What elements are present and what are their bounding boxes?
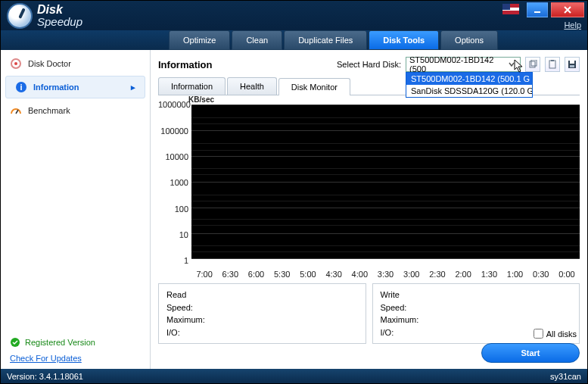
tab-duplicate-files[interactable]: Duplicate Files <box>284 30 367 50</box>
svg-point-2 <box>14 62 17 65</box>
x-tick: 3:00 <box>399 270 425 279</box>
sidebar-item-label: Information <box>33 83 79 92</box>
all-disks-checkbox-wrap: All disks <box>158 329 577 339</box>
x-tick: 4:30 <box>321 270 347 279</box>
x-tick: 5:30 <box>269 270 295 279</box>
check-circle-icon <box>10 337 20 348</box>
svg-rect-12 <box>570 61 574 64</box>
save-button[interactable] <box>565 57 580 72</box>
version-label: Version: 3.4.1.18061 <box>7 372 83 381</box>
x-tick: 2:00 <box>450 270 476 279</box>
subtab-health[interactable]: Health <box>227 77 277 95</box>
disk-select[interactable]: ST500DM002-1BD142 (500 ST500DM002-1BD142… <box>406 57 521 72</box>
sidebar-item-label: Benchmark <box>28 106 70 115</box>
svg-rect-13 <box>570 65 574 67</box>
page-title: Information <box>158 59 213 70</box>
y-axis-unit: KB/sec <box>188 95 214 104</box>
x-axis: 7:00 6:30 6:00 5:30 5:00 4:30 4:00 3:30 … <box>158 270 580 279</box>
all-disks-label: All disks <box>546 329 577 339</box>
stethoscope-icon <box>10 58 22 70</box>
close-icon <box>563 5 572 14</box>
y-axis: KB/sec 1000000 100000 10000 1000 100 10 … <box>158 97 191 268</box>
registered-label: Registered Version <box>25 338 95 347</box>
x-tick: 1:30 <box>476 270 502 279</box>
read-max: Maximum: <box>166 314 358 326</box>
x-tick: 7:00 <box>191 270 217 279</box>
gauge-icon <box>10 105 22 117</box>
tab-clean[interactable]: Clean <box>232 30 282 50</box>
svg-rect-10 <box>551 60 554 61</box>
sidebar-item-information[interactable]: i Information ▸ <box>5 76 145 98</box>
y-tick: 1 <box>158 256 188 265</box>
read-speed: Speed: <box>166 301 358 314</box>
write-heading: Write <box>381 289 572 301</box>
body: Disk Doctor i Information ▸ Benchmark <box>1 50 587 369</box>
main-tabs: Optimize Clean Duplicate Files Disk Tool… <box>1 30 587 50</box>
paste-button[interactable] <box>545 57 560 72</box>
svg-text:i: i <box>20 83 22 92</box>
sidebar-footer: Registered Version Check For Updates <box>1 331 150 369</box>
minimize-icon <box>534 6 541 14</box>
save-icon <box>568 60 577 69</box>
y-tick: 10000 <box>158 152 188 161</box>
tab-disk-tools[interactable]: Disk Tools <box>369 30 439 50</box>
app-logo: Disk Speedup <box>7 3 82 29</box>
y-tick: 1000 <box>158 178 188 187</box>
brand-label: sy31can <box>550 372 581 381</box>
disk-select-dropdown: ST500DM002-1BD142 (500.1 G SanDisk SDSSD… <box>406 72 533 98</box>
app-title-line2: Speedup <box>37 16 82 27</box>
y-tick: 1000000 <box>158 100 188 109</box>
sidebar-item-benchmark[interactable]: Benchmark <box>1 100 150 121</box>
sidebar-item-disk-doctor[interactable]: Disk Doctor <box>1 53 150 74</box>
svg-rect-8 <box>531 60 537 66</box>
x-tick: 6:00 <box>243 270 269 279</box>
chevron-down-icon <box>507 61 517 67</box>
x-tick: 0:30 <box>528 270 554 279</box>
sidebar: Disk Doctor i Information ▸ Benchmark <box>1 50 151 369</box>
read-heading: Read <box>166 289 358 301</box>
help-link[interactable]: Help <box>564 20 581 30</box>
x-tick: 1:00 <box>502 270 527 279</box>
close-button[interactable] <box>551 2 584 17</box>
main-header: Information Select Hard Disk: ST500DM002… <box>158 55 580 74</box>
subtab-information[interactable]: Information <box>158 77 226 95</box>
info-icon: i <box>15 81 27 93</box>
x-tick: 2:30 <box>425 270 450 279</box>
check-updates-link[interactable]: Check For Updates <box>10 354 82 363</box>
chevron-right-icon: ▸ <box>131 83 135 92</box>
y-tick: 10 <box>158 230 188 239</box>
x-tick: 0:00 <box>554 270 580 279</box>
svg-rect-9 <box>549 61 555 68</box>
select-disk-label: Select Hard Disk: <box>337 60 401 69</box>
x-tick: 6:30 <box>217 270 243 279</box>
disk-option-1[interactable]: ST500DM002-1BD142 (500.1 G <box>406 73 532 85</box>
copy-button[interactable] <box>525 57 540 72</box>
flag-icon[interactable] <box>502 4 519 14</box>
x-tick: 5:00 <box>295 270 321 279</box>
disk-select-value: ST500DM002-1BD142 (500 <box>409 55 507 73</box>
speedometer-icon <box>7 3 33 29</box>
tab-optimize[interactable]: Optimize <box>169 30 230 50</box>
x-tick: 4:00 <box>347 270 372 279</box>
registered-status: Registered Version <box>10 337 141 348</box>
svg-rect-7 <box>530 61 535 67</box>
main-panel: Information Select Hard Disk: ST500DM002… <box>151 50 587 369</box>
copy-icon <box>528 60 537 69</box>
svg-rect-0 <box>534 11 540 13</box>
clipboard-icon <box>548 60 557 69</box>
start-button[interactable]: Start <box>481 343 580 363</box>
write-max: Maximum: <box>381 314 572 326</box>
chart: KB/sec 1000000 100000 10000 1000 100 10 … <box>158 97 580 268</box>
y-tick: 100 <box>158 204 188 214</box>
all-disks-checkbox[interactable] <box>534 329 543 339</box>
titlebar: Disk Speedup Help <box>1 1 587 30</box>
chart-plot-area <box>191 105 580 259</box>
y-tick: 100000 <box>158 126 188 136</box>
subtab-disk-monitor[interactable]: Disk Monitor <box>278 78 350 95</box>
minimize-button[interactable] <box>527 2 548 17</box>
app-title: Disk Speedup <box>37 4 82 27</box>
tab-options[interactable]: Options <box>440 30 498 50</box>
app-title-line1: Disk <box>37 4 82 16</box>
disk-option-2[interactable]: SanDisk SDSSDA120G (120.0 G <box>406 85 532 97</box>
write-speed: Speed: <box>381 301 572 314</box>
